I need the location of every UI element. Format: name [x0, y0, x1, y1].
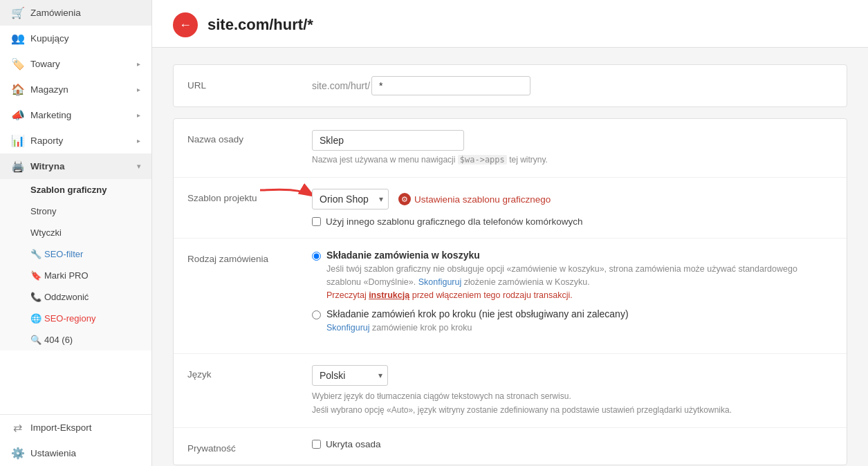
nazwa-osady-help: Nazwa jest używana w menu nawigacji $wa-… [312, 153, 833, 166]
sidebar-item-kupujacy[interactable]: 👥 Kupujący [0, 26, 151, 51]
sidebar-item-seo-regiony[interactable]: 🌐 SEO-regiony [0, 308, 151, 329]
sidebar-item-oddzwonic[interactable]: 📞 Oddzwonić [0, 286, 151, 308]
phone-icon: 📞 [30, 292, 41, 302]
cart-icon: 🛒 [11, 6, 24, 19]
sidebar-item-404[interactable]: 🔍 404 (6) [0, 329, 151, 351]
order-option-2: Składanie zamówień krok po kroku (nie je… [312, 308, 833, 335]
warehouse-icon: 🏠 [11, 83, 24, 96]
users-icon: 👥 [11, 32, 24, 45]
marketing-icon: 📣 [11, 109, 24, 122]
prywatnosc-control: Ukryta osada [312, 439, 833, 449]
search-icon: 🔍 [30, 335, 41, 345]
jezyk-row: Język Polski Auto English ▾ Wybierz języ… [174, 354, 847, 428]
sidebar: 🛒 Zamówienia 👥 Kupujący 🏷️ Towary ▸ 🏠 Ma… [0, 0, 152, 466]
lang-select[interactable]: Polski Auto English [312, 365, 388, 386]
order-option-1-desc: Jeśli twój szablon graficzny nie obsługu… [326, 263, 833, 289]
sidebar-item-marketing[interactable]: 📣 Marketing ▸ [0, 102, 151, 128]
privacy-checkbox-row: Ukryta osada [312, 439, 833, 449]
sidebar-item-witryna[interactable]: 🖨️ Witryna ▾ [0, 153, 151, 179]
seo-regiony-icon: 🌐 [30, 313, 41, 324]
reports-icon: 📊 [11, 134, 24, 147]
site-icon: 🖨️ [11, 160, 24, 173]
sidebar-item-szablon-graficzny[interactable]: Szablon graficzny [0, 179, 151, 201]
template-select[interactable]: Orion Shop [312, 189, 389, 209]
url-section: URL site.com/hurt/ [173, 64, 847, 107]
prywatnosc-label: Prywatność [187, 439, 298, 454]
chevron-down-icon: ▾ [137, 162, 140, 170]
filter-icon: 🔧 [30, 249, 41, 259]
nazwa-osady-input[interactable] [312, 130, 464, 151]
url-row: URL site.com/hurt/ [174, 65, 847, 106]
tag2-icon: 🔖 [30, 270, 41, 281]
chevron-right-icon: ▸ [137, 137, 140, 145]
settings-section: Nazwa osady Nazwa jest używana w menu na… [173, 118, 847, 465]
back-arrow-icon: ← [179, 18, 192, 32]
prywatnosc-row: Prywatność Ukryta osada [174, 428, 847, 465]
gear-icon: ⚙️ [11, 447, 24, 460]
sidebar-item-seo-filter[interactable]: 🔧 SEO-filter [0, 243, 151, 265]
nazwa-osady-control: Nazwa jest używana w menu nawigacji $wa-… [312, 130, 833, 166]
annotation-arrow [257, 183, 319, 211]
jezyk-help-2: Jeśli wybrano opcję «Auto», język witryn… [312, 404, 833, 416]
sidebar-item-towary[interactable]: 🏷️ Towary ▸ [0, 51, 151, 77]
order-option-1-radio[interactable] [312, 252, 321, 261]
sidebar-item-zamowienia[interactable]: 🛒 Zamówienia [0, 0, 151, 26]
instrukcja-link[interactable]: instrukcją [369, 290, 409, 300]
page-header: ← site.com/hurt/* [152, 0, 868, 48]
url-prefix: site.com/hurt/ [312, 80, 371, 91]
nazwa-osady-label: Nazwa osady [187, 130, 298, 145]
template-row-inner: Orion Shop ▾ ⚙ Ustawienia szablonu grafi… [312, 189, 833, 209]
template-settings-link[interactable]: ⚙ Ustawienia szablonu graficznego [398, 193, 551, 205]
mobile-template-checkbox[interactable] [312, 217, 321, 226]
rodzaj-zamowienia-row: Rodzaj zamówienia Składanie zamówienia w… [174, 239, 847, 354]
order-option-2-content: Składanie zamówień krok po kroku (nie je… [326, 308, 629, 335]
skonfiguruj-link-2[interactable]: Skonfiguruj [326, 323, 370, 333]
tag-icon: 🏷️ [11, 57, 24, 71]
sidebar-item-wtyczki[interactable]: Wtyczki [0, 222, 151, 243]
rodzaj-zamowienia-control: Składanie zamówienia w koszyku Jeśli twó… [312, 250, 833, 342]
lang-select-wrap: Polski Auto English ▾ [312, 365, 388, 386]
url-display: site.com/hurt/ [312, 76, 833, 95]
order-option-1: Składanie zamówienia w koszyku Jeśli twó… [312, 250, 833, 300]
sidebar-item-strony[interactable]: Strony [0, 201, 151, 222]
mobile-template-label: Użyj innego szablonu graficznego dla tel… [326, 216, 582, 227]
chevron-right-icon: ▸ [137, 86, 140, 93]
rodzaj-zamowienia-label: Rodzaj zamówienia [187, 250, 298, 264]
jezyk-label: Język [187, 365, 298, 380]
jezyk-help-1: Wybierz język do tłumaczenia ciągów teks… [312, 390, 833, 402]
hidden-site-checkbox[interactable] [312, 440, 321, 449]
hidden-site-label: Ukryta osada [326, 439, 381, 449]
order-option-2-radio[interactable] [312, 310, 321, 319]
url-control: site.com/hurt/ [312, 76, 833, 95]
back-button[interactable]: ← [173, 12, 198, 37]
order-option-1-label: Składanie zamówienia w koszyku [326, 250, 480, 261]
sidebar-bottom: ⇄ Import-Eksport ⚙️ Ustawienia [0, 414, 151, 466]
content-area: URL site.com/hurt/ Nazwa osady Nazwa jes… [152, 48, 868, 466]
arrow-container: Orion Shop ▾ ⚙ Ustawienia szablonu grafi… [312, 189, 833, 209]
order-option-2-desc: Skonfiguruj zamówienie krok po kroku [326, 321, 629, 335]
template-select-wrap: Orion Shop ▾ [312, 189, 389, 209]
sidebar-item-marki-pro[interactable]: 🔖 Marki PRO [0, 265, 151, 286]
url-label: URL [187, 76, 298, 91]
sidebar-item-import-eksport[interactable]: ⇄ Import-Eksport [0, 415, 151, 440]
sidebar-item-raporty[interactable]: 📊 Raporty ▸ [0, 128, 151, 153]
chevron-right-icon: ▸ [137, 60, 140, 68]
szablon-projektu-row: Szablon projektu [174, 178, 847, 239]
page-title: site.com/hurt/* [207, 16, 313, 34]
sidebar-item-ustawienia[interactable]: ⚙️ Ustawienia [0, 440, 151, 466]
mobile-template-row: Użyj innego szablonu graficznego dla tel… [312, 216, 833, 227]
order-option-1-content: Składanie zamówienia w koszyku Jeśli twó… [326, 250, 833, 300]
order-option-1-warn: Przeczytaj instrukcją przed włączeniem t… [326, 290, 833, 300]
szablon-projektu-control: Orion Shop ▾ ⚙ Ustawienia szablonu grafi… [312, 189, 833, 227]
order-option-2-label: Składanie zamówień krok po kroku (nie je… [326, 308, 629, 319]
jezyk-control: Polski Auto English ▾ Wybierz język do t… [312, 365, 833, 416]
settings-icon: ⚙ [398, 193, 411, 205]
url-input[interactable] [371, 76, 530, 95]
nazwa-osady-row: Nazwa osady Nazwa jest używana w menu na… [174, 119, 847, 178]
main-content: ← site.com/hurt/* URL site.com/hurt/ Naz… [152, 0, 868, 466]
sidebar-item-magazyn[interactable]: 🏠 Magazyn ▸ [0, 77, 151, 102]
chevron-right-icon: ▸ [137, 111, 140, 119]
import-export-icon: ⇄ [11, 421, 24, 434]
skonfiguruj-link-1[interactable]: Skonfiguruj [418, 277, 462, 287]
